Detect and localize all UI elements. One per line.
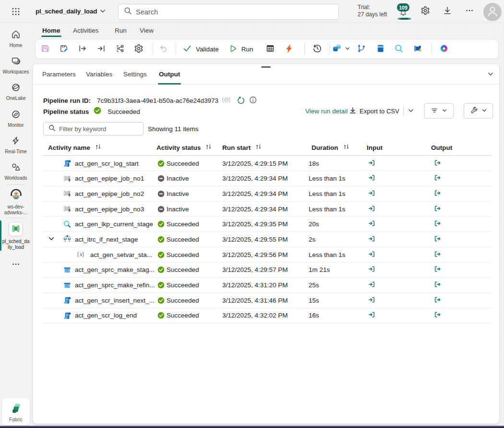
ribbon-tab-run[interactable]: Run xyxy=(115,23,127,38)
output-button[interactable] xyxy=(434,263,442,278)
input-button[interactable] xyxy=(368,186,375,201)
input-button[interactable] xyxy=(368,217,375,232)
column-header-activity-name[interactable]: Activity name xyxy=(48,139,102,156)
sidebar-item-home[interactable]: Home xyxy=(0,29,32,49)
output-icon xyxy=(434,159,442,168)
keyword-filter-input[interactable]: Filter by keyword xyxy=(43,122,144,135)
panel-tab-variables[interactable]: Variables xyxy=(86,64,112,85)
input-button[interactable] xyxy=(368,232,375,247)
sidebar-item-pipeline[interactable]: pl_sched_da ily_load xyxy=(0,222,32,250)
input-button[interactable] xyxy=(368,247,375,262)
sidebar-more-button[interactable] xyxy=(0,260,32,269)
panel-tab-settings[interactable]: Settings xyxy=(123,64,147,85)
collapse-row-button[interactable] xyxy=(48,232,56,247)
status-icon xyxy=(157,308,165,323)
ribbon-tab-activities[interactable]: Activities xyxy=(73,23,98,38)
more-options-button[interactable] xyxy=(462,0,477,23)
toolbar-button-export-arrow[interactable] xyxy=(75,41,90,57)
toolbar-button-copy-assistant[interactable] xyxy=(332,41,350,57)
column-header-activity-status[interactable]: Activity status xyxy=(156,139,212,156)
table-row[interactable]: x act_gen_setvar_sta... Succeeded 3/12/2… xyxy=(42,247,492,263)
toolbar-button-run-history[interactable] xyxy=(310,41,325,57)
table-row[interactable]: act_gen_epipe_job_no3 Inactive 3/12/2025… xyxy=(42,202,492,217)
toolbar-button-schedule[interactable] xyxy=(263,41,278,57)
sidebar-item-real-time[interactable]: Real-Time xyxy=(0,135,32,155)
export-dropdown-button[interactable] xyxy=(408,107,414,115)
output-button[interactable] xyxy=(434,308,442,323)
output-button[interactable] xyxy=(434,156,442,171)
filter-dropdown-button[interactable] xyxy=(424,103,454,119)
toolbar-button-source-control[interactable] xyxy=(354,41,369,57)
table-row[interactable]: act_gen_sprc_make_stag... Succeeded 3/12… xyxy=(42,263,492,278)
output-button[interactable] xyxy=(434,171,442,186)
toolbar-button-import-arrow[interactable] xyxy=(94,41,109,57)
toolbar-button-undo[interactable] xyxy=(156,41,171,57)
settings-button[interactable] xyxy=(418,0,432,23)
output-button[interactable] xyxy=(434,186,442,201)
ribbon-tab-home[interactable]: Home xyxy=(42,23,60,38)
toolbar-button-run[interactable]: Run xyxy=(224,41,255,57)
toolbar-button-validate[interactable]: Validate xyxy=(179,41,221,57)
table-row[interactable]: act_gen_scr_log_start Succeeded 3/12/202… xyxy=(42,156,492,171)
title-area[interactable]: pl_sched_daily_load xyxy=(36,0,106,23)
sidebar-item-monitor[interactable]: Monitor xyxy=(0,109,32,128)
export-to-csv-button[interactable]: Export to CSV xyxy=(349,107,399,116)
tools-dropdown-button[interactable] xyxy=(464,103,493,119)
column-header-duration[interactable]: Duration xyxy=(312,139,350,156)
output-button[interactable] xyxy=(434,202,442,217)
toolbar-button-trigger[interactable] xyxy=(281,41,297,57)
search-input[interactable]: Search xyxy=(118,4,339,20)
waffle-icon xyxy=(11,7,21,18)
input-button[interactable] xyxy=(368,263,375,278)
sidebar-item-workspace[interactable]: ws-dev- advwrks-... xyxy=(0,188,32,215)
account-avatar[interactable] xyxy=(483,3,502,21)
input-button[interactable] xyxy=(368,293,375,308)
collapse-panel-button[interactable] xyxy=(486,70,495,79)
duration: 25s xyxy=(309,278,319,293)
output-icon xyxy=(434,220,442,229)
output-button[interactable] xyxy=(434,247,442,262)
sidebar-item-workloads[interactable]: Workloads xyxy=(0,162,32,181)
sidebar-item-label: Home xyxy=(0,43,31,49)
output-button[interactable] xyxy=(434,293,442,308)
table-row[interactable]: act_gen_scr_log_end Succeeded 3/12/2025,… xyxy=(42,308,492,324)
refresh-button[interactable] xyxy=(237,96,245,105)
toolbar-button-lookup[interactable] xyxy=(391,41,407,57)
notifications-button[interactable]: 109 xyxy=(394,0,413,23)
toolbar-button-save[interactable] xyxy=(37,41,53,57)
sidebar-item-workspaces[interactable]: Workspaces xyxy=(0,56,32,75)
toolbar-button-copilot[interactable] xyxy=(436,41,452,57)
app-launcher-button[interactable] xyxy=(9,5,23,19)
fabric-home-button[interactable]: Fabric xyxy=(2,398,30,425)
table-row[interactable]: act_gen_epipe_job_no1 Inactive 3/12/2025… xyxy=(42,171,492,186)
toolbar-button-view-lineage[interactable] xyxy=(112,41,128,57)
panel-tab-parameters[interactable]: Parameters xyxy=(42,64,76,85)
view-run-detail-link[interactable]: View run detail xyxy=(305,108,348,115)
table-row[interactable]: act_gen_lkp_current_stage Succeeded 3/12… xyxy=(42,217,492,232)
input-button[interactable] xyxy=(368,278,375,293)
toolbar-icon-warehouse xyxy=(332,44,342,55)
table-row[interactable]: act_gen_sprc_make_refin... Succeeded 3/1… xyxy=(42,278,492,293)
copy-run-id-button[interactable]: [@] xyxy=(222,96,230,105)
sidebar-item-onelake[interactable]: OneLake xyxy=(0,82,32,101)
output-button[interactable] xyxy=(434,278,442,293)
input-button[interactable] xyxy=(368,156,375,171)
output-button[interactable] xyxy=(434,217,442,232)
toolbar-button-save-as[interactable] xyxy=(56,41,72,57)
input-button[interactable] xyxy=(368,171,375,186)
output-button[interactable] xyxy=(434,232,442,247)
toolbar-button-pipeline-settings[interactable] xyxy=(131,41,146,57)
table-row[interactable]: act_gen_scr_insert_next_... Succeeded 3/… xyxy=(42,293,492,308)
run-start: 3/12/2025, 4:31:20 PM xyxy=(222,278,288,293)
info-button[interactable] xyxy=(249,96,257,105)
panel-tab-output[interactable]: Output xyxy=(159,64,180,85)
ribbon-tab-view[interactable]: View xyxy=(140,23,154,38)
column-header-run-start[interactable]: Run start xyxy=(222,139,262,156)
table-row[interactable]: act_gen_epipe_job_no2 Inactive 3/12/2025… xyxy=(42,186,492,202)
input-button[interactable] xyxy=(368,308,375,323)
download-button[interactable] xyxy=(440,0,455,23)
toolbar-button-invoke-pipeline[interactable] xyxy=(410,41,425,57)
input-button[interactable] xyxy=(368,202,375,217)
toolbar-button-notebook[interactable] xyxy=(372,41,388,57)
table-row[interactable]: act_itrc_if_next_stage Succeeded 3/12/20… xyxy=(42,232,492,247)
